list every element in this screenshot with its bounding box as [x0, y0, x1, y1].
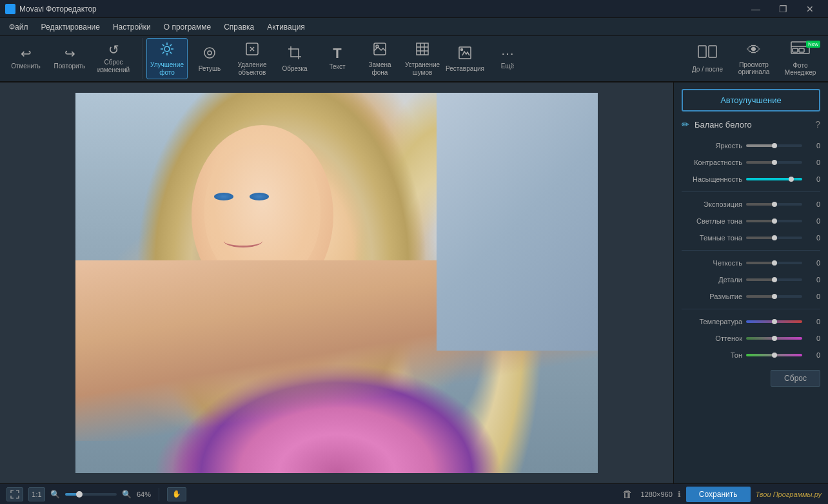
reset-panel-button[interactable]: Сброс: [771, 370, 820, 387]
window-controls: — ❐ ✕: [743, 0, 823, 18]
shadows-thumb: [772, 235, 777, 240]
highlights-thumb: [772, 218, 777, 224]
svg-line-8: [163, 52, 164, 53]
text-icon: T: [333, 46, 341, 61]
tone-slider[interactable]: [746, 354, 802, 356]
before-after-button[interactable]: До / после: [685, 38, 730, 79]
details-slider[interactable]: [746, 278, 802, 281]
crop-button[interactable]: Обрезка: [274, 38, 315, 79]
photo-manager-button[interactable]: New ФотоМенеджер: [778, 38, 823, 79]
shadows-slider-row: Темные тона 0: [682, 231, 820, 245]
photo: [75, 93, 598, 473]
window-title: Movavi Фоторедактор: [19, 5, 743, 14]
more-icon: ⋯: [501, 47, 514, 60]
saturation-fill: [746, 178, 791, 180]
svg-rect-16: [417, 43, 428, 55]
zoom-percentage: 64%: [137, 490, 151, 498]
blur-label: Размытие: [682, 293, 746, 300]
shadows-slider[interactable]: [746, 237, 802, 239]
tint-value: 0: [805, 334, 820, 342]
svg-point-9: [204, 48, 215, 58]
exposure-label: Экспозиция: [682, 200, 746, 208]
restore-button[interactable]: ❐: [770, 0, 796, 18]
new-badge: New: [806, 41, 820, 48]
tint-slider[interactable]: [746, 337, 802, 340]
saturation-slider[interactable]: [746, 178, 802, 180]
brightness-label: Яркость: [682, 142, 746, 150]
text-button[interactable]: T Текст: [317, 38, 358, 79]
retouch-button[interactable]: Ретушь: [189, 38, 230, 79]
retouch-label: Ретушь: [199, 65, 221, 73]
separator-1: [682, 191, 820, 192]
panel-content: Автоулучшение ✏ Баланс белого ? Яркость …: [674, 82, 828, 393]
before-after-icon: [698, 45, 717, 63]
exposure-slider[interactable]: [746, 203, 802, 206]
exposure-slider-row: Экспозиция 0: [682, 197, 820, 211]
brightness-slider[interactable]: [746, 144, 802, 147]
brightness-slider-row: Яркость 0: [682, 139, 820, 153]
close-button[interactable]: ✕: [797, 0, 823, 18]
save-button[interactable]: Сохранить: [686, 487, 751, 502]
crop-icon: [287, 45, 302, 63]
pencil-icon: ✏: [682, 119, 689, 130]
image-dimensions: 1280×960: [641, 490, 673, 498]
view-original-icon: 👁: [747, 42, 761, 59]
statusbar: 1:1 🔍 🔍 64% ✋ 🗑 1280×960 ℹ Сохранить Тво…: [0, 483, 828, 504]
menu-help[interactable]: Справка: [217, 20, 261, 34]
svg-line-7: [170, 44, 172, 46]
reset-label: Сброс изменений: [97, 59, 130, 74]
restore-button[interactable]: Реставрация: [444, 38, 486, 79]
reset-icon: ↺: [108, 43, 119, 56]
watermark: Твои Программы.ру: [756, 490, 822, 498]
fit-to-screen-button[interactable]: [6, 487, 23, 501]
restore-label: Реставрация: [446, 65, 484, 73]
more-button[interactable]: ⋯ Ещё: [487, 38, 528, 79]
temperature-value: 0: [805, 318, 820, 325]
menu-activate[interactable]: Активация: [261, 20, 311, 34]
reset-changes-button[interactable]: ↺ Сброс изменений: [93, 38, 134, 79]
undo-button[interactable]: ↩ Отменить: [5, 38, 46, 79]
svg-point-10: [208, 51, 212, 55]
replace-bg-button[interactable]: Заменафона: [359, 38, 400, 79]
pan-button[interactable]: ✋: [167, 487, 186, 501]
denoise-button[interactable]: Устранениешумов: [402, 38, 443, 79]
undo-icon: ↩: [21, 47, 32, 60]
redo-button[interactable]: ↪ Повторить: [49, 38, 90, 79]
contrast-slider-row: Контрастность 0: [682, 155, 820, 170]
clarity-slider[interactable]: [746, 262, 802, 264]
temperature-label: Температура: [682, 318, 746, 325]
zoom-1-1-button[interactable]: 1:1: [28, 487, 45, 501]
brightness-fill: [746, 144, 774, 147]
photo-container: [0, 82, 673, 483]
highlights-slider[interactable]: [746, 220, 802, 222]
svg-rect-23: [698, 46, 706, 57]
svg-line-6: [170, 52, 172, 53]
menu-about[interactable]: О программе: [157, 20, 217, 34]
clarity-slider-row: Четкость 0: [682, 256, 820, 270]
tint-slider-row: Оттенок 0: [682, 331, 820, 345]
right-panel: Автоулучшение ✏ Баланс белого ? Яркость …: [673, 82, 828, 483]
menu-edit[interactable]: Редактирование: [35, 20, 106, 34]
menu-file[interactable]: Файл: [3, 20, 35, 34]
details-label: Детали: [682, 276, 746, 284]
blur-slider[interactable]: [746, 295, 802, 298]
auto-enhance-button[interactable]: Автоулучшение: [682, 89, 820, 111]
minimize-button[interactable]: —: [743, 0, 769, 18]
contrast-slider[interactable]: [746, 161, 802, 164]
canvas-area[interactable]: [0, 82, 673, 483]
remove-objects-button[interactable]: Удалениеобъектов: [232, 38, 273, 79]
delete-button[interactable]: 🗑: [619, 487, 636, 501]
tone-slider-row: Тон 0: [682, 348, 820, 362]
enhance-button[interactable]: Улучшение фото: [146, 38, 188, 79]
help-icon[interactable]: ?: [815, 119, 820, 130]
details-value: 0: [805, 276, 820, 284]
view-original-button[interactable]: 👁 Просмотроригинала: [731, 38, 776, 79]
info-icon[interactable]: ℹ: [678, 490, 681, 499]
separator-2: [682, 250, 820, 251]
tint-label: Оттенок: [682, 334, 746, 342]
menu-settings[interactable]: Настройки: [106, 20, 157, 34]
tone-thumb: [772, 353, 777, 358]
temperature-slider[interactable]: [746, 320, 802, 323]
zoom-slider[interactable]: [65, 493, 117, 496]
blur-fill: [746, 295, 774, 298]
